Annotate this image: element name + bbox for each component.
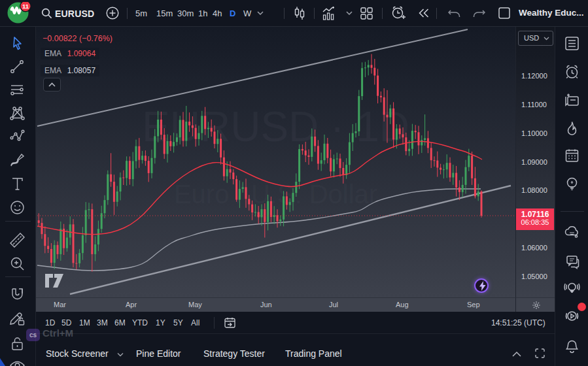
svg-text:11: 11 <box>22 3 29 10</box>
